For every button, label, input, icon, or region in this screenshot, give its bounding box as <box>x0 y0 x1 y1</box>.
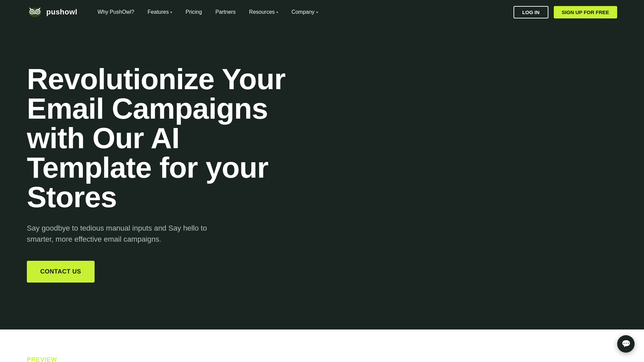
preview-section: PREVIEW See it in action <box>0 329 644 362</box>
preview-label: PREVIEW <box>27 356 617 362</box>
login-button[interactable]: LOG IN <box>514 6 548 18</box>
navbar: pushowl Why PushOwl? Features ▾ Pricing <box>0 0 644 24</box>
svg-point-3 <box>32 11 33 12</box>
logo[interactable]: pushowl <box>27 7 77 17</box>
nav-link-pricing[interactable]: Pricing <box>185 9 202 15</box>
nav-link-company[interactable]: Company ▾ <box>291 9 318 15</box>
nav-links: Why PushOwl? Features ▾ Pricing Partners <box>98 9 318 15</box>
chevron-down-icon: ▾ <box>170 10 172 14</box>
hero-section: Revolutionize Your Email Campaigns with … <box>0 24 644 329</box>
nav-link-resources[interactable]: Resources ▾ <box>249 9 278 15</box>
hero-title: Revolutionize Your Email Campaigns with … <box>27 64 302 212</box>
nav-item-partners[interactable]: Partners <box>215 9 235 15</box>
chevron-down-icon: ▾ <box>276 10 278 14</box>
contact-us-button[interactable]: CONTACT US <box>27 261 95 283</box>
svg-point-6 <box>37 11 38 12</box>
logo-text: pushowl <box>46 8 77 16</box>
hero-content: Revolutionize Your Email Campaigns with … <box>27 64 302 283</box>
signup-button[interactable]: SIGN UP FOR FREE <box>554 6 617 18</box>
navbar-left: pushowl Why PushOwl? Features ▾ Pricing <box>27 7 318 17</box>
nav-item-pricing[interactable]: Pricing <box>185 9 202 15</box>
nav-link-why[interactable]: Why PushOwl? <box>98 9 134 15</box>
nav-link-features[interactable]: Features ▾ <box>148 9 172 15</box>
nav-item-company[interactable]: Company ▾ <box>291 9 318 15</box>
nav-item-why[interactable]: Why PushOwl? <box>98 9 134 15</box>
chat-widget[interactable]: 💬 <box>617 335 635 353</box>
navbar-right: LOG IN SIGN UP FOR FREE <box>514 6 617 18</box>
chevron-down-icon: ▾ <box>316 10 318 14</box>
nav-link-partners[interactable]: Partners <box>215 9 235 15</box>
nav-item-features[interactable]: Features ▾ <box>148 9 172 15</box>
nav-item-resources[interactable]: Resources ▾ <box>249 9 278 15</box>
chat-icon: 💬 <box>622 340 631 348</box>
hero-subtitle: Say goodbye to tedious manual inputs and… <box>27 223 235 245</box>
logo-icon <box>27 7 43 17</box>
